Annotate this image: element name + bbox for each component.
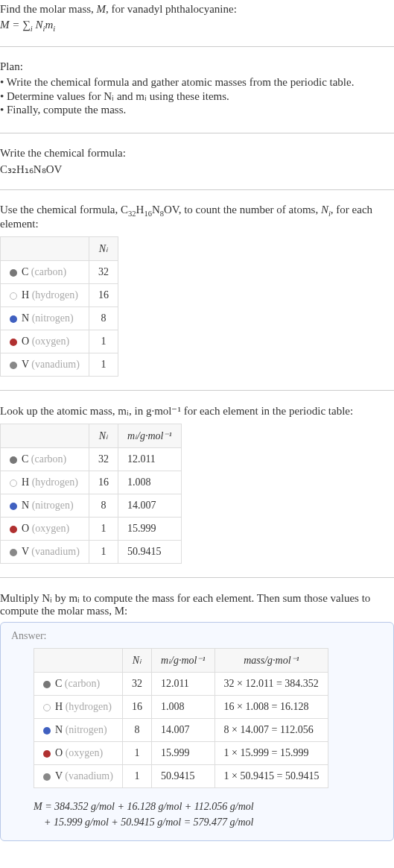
formula-sum: M = ∑: [0, 19, 31, 31]
ni-cell: 1: [122, 742, 151, 765]
mass-cell: 8 × 14.007 = 112.056: [215, 719, 328, 742]
sub-h: 16: [144, 210, 152, 218]
table-header-row: Nᵢ mᵢ/g·mol⁻¹: [1, 424, 182, 448]
dot-icon: [10, 269, 17, 277]
elem-name: (carbon): [31, 453, 66, 465]
table-row: H (hydrogen)161.00816 × 1.008 = 16.128: [34, 696, 328, 719]
divider: [0, 390, 394, 391]
dot-icon: [43, 727, 51, 735]
dot-icon: [43, 773, 51, 781]
elem-name: (oxygen): [66, 747, 104, 758]
mi-cell: 12.011: [151, 673, 215, 696]
ni-cell: 32: [89, 261, 118, 284]
plan-item: • Finally, compute the mass.: [0, 104, 394, 116]
table-row: C (carbon)32: [1, 261, 118, 284]
elem-sym: C: [22, 266, 28, 277]
elem-name: (oxygen): [32, 523, 70, 534]
atomic-mass-table: Nᵢ mᵢ/g·mol⁻¹ C (carbon)3212.011 H (hydr…: [0, 424, 182, 564]
elem-name: (carbon): [65, 678, 100, 689]
ni-cell: 32: [122, 673, 151, 696]
elem-sym: O: [22, 336, 29, 347]
table-row: N (nitrogen)814.007: [1, 494, 182, 518]
th-blank: [34, 649, 123, 673]
elem-sym: C: [55, 678, 62, 689]
answer-box: Answer: Nᵢ mᵢ/g·mol⁻¹ mass/g·mol⁻¹ C (ca…: [0, 622, 394, 841]
mi-cell: 12.011: [118, 448, 181, 471]
write-formula-section: Write the chemical formula: C₃₂H₁₆N₈OV: [0, 144, 394, 179]
th-ni: Nᵢ: [89, 237, 118, 261]
th-blank: [1, 424, 89, 448]
intro-Ni: N: [321, 204, 328, 216]
intro-rest: OV, to count the number of atoms,: [164, 204, 321, 216]
ni-cell: 16: [89, 471, 118, 494]
th-mi: mᵢ/g·mol⁻¹: [151, 649, 215, 673]
atomic-mass-intro: Look up the atomic mass, mᵢ, in g·mol⁻¹ …: [0, 404, 394, 418]
th-ni: Nᵢ: [89, 424, 118, 448]
intro-n: N: [152, 204, 160, 216]
ni-cell: 8: [89, 494, 118, 518]
th-mi: mᵢ/g·mol⁻¹: [118, 424, 181, 448]
header-section: Find the molar mass, M, for vanadyl phth…: [0, 0, 394, 36]
ni-cell: 8: [122, 719, 151, 742]
elem-sym: N: [22, 500, 29, 511]
count-atoms-intro: Use the chemical formula, C32H16N8OV, to…: [0, 204, 394, 230]
elem-name: (vanadium): [65, 770, 113, 781]
formula-m: m: [45, 19, 53, 31]
mi-cell: 15.999: [118, 518, 181, 541]
ni-cell: 1: [89, 330, 118, 353]
mass-cell: 1 × 15.999 = 15.999: [215, 742, 328, 765]
elem-sym: V: [22, 359, 29, 370]
ni-cell: 8: [89, 307, 118, 330]
dot-icon: [10, 526, 17, 533]
divider: [0, 577, 394, 578]
plan-item: • Determine values for Nᵢ and mᵢ using t…: [0, 89, 394, 103]
dot-icon: [10, 549, 17, 556]
elem-name: (hydrogen): [32, 477, 78, 488]
divider: [0, 46, 394, 47]
dot-icon: [43, 750, 51, 758]
mi-cell: 1.008: [118, 471, 181, 494]
molar-mass-formula: M = ∑i Nimi: [0, 19, 394, 33]
table-row: H (hydrogen)161.008: [1, 471, 182, 494]
table-row: N (nitrogen)8: [1, 307, 118, 330]
th-mass: mass/g·mol⁻¹: [215, 649, 328, 673]
formula-m-sub: i: [53, 25, 55, 33]
table-row: H (hydrogen)16: [1, 284, 118, 307]
elem-name: (nitrogen): [32, 312, 74, 324]
elem-name: (nitrogen): [32, 500, 74, 511]
dot-icon: [10, 339, 17, 346]
dot-icon: [10, 292, 17, 300]
multiply-section: Multiply Nᵢ by mᵢ to compute the mass fo…: [0, 588, 394, 844]
elem-name: (hydrogen): [66, 701, 112, 712]
divider: [0, 133, 394, 133]
elem-sym: V: [55, 770, 63, 781]
plan-title: Plan:: [0, 60, 394, 73]
multiply-intro: Multiply Nᵢ by mᵢ to compute the mass fo…: [0, 591, 394, 617]
table-row: O (oxygen)1: [1, 330, 118, 353]
header-text2: , for vanadyl phthalocyanine:: [106, 3, 237, 15]
write-formula-title: Write the chemical formula:: [0, 147, 394, 160]
elem-sym: N: [22, 312, 29, 324]
ni-cell: 1: [89, 518, 118, 541]
plan-section: Plan: • Write the chemical formula and g…: [0, 57, 394, 122]
elem-name: (vanadium): [31, 546, 80, 557]
elem-name: (carbon): [31, 266, 66, 277]
table-row: V (vanadium)150.9415: [1, 541, 182, 564]
ni-cell: 1: [89, 541, 118, 564]
table-header-row: Nᵢ: [1, 237, 118, 261]
elem-sym: O: [55, 747, 63, 758]
elem-sym: C: [22, 453, 28, 465]
plan-item: • Write the chemical formula and gather …: [0, 76, 394, 89]
table-header-row: Nᵢ mᵢ/g·mol⁻¹ mass/g·mol⁻¹: [34, 649, 328, 673]
dot-icon: [43, 704, 51, 711]
elem-sym: V: [22, 546, 29, 557]
ni-cell: 1: [89, 353, 118, 377]
header-text: Find the molar mass,: [0, 3, 97, 15]
plan-list: • Write the chemical formula and gather …: [0, 76, 394, 116]
sum-line: M = 384.352 g/mol + 16.128 g/mol + 112.0…: [34, 799, 383, 830]
mi-cell: 50.9415: [118, 541, 181, 564]
elem-sym: H: [22, 477, 29, 488]
dot-icon: [10, 456, 17, 464]
ni-cell: 1: [122, 765, 151, 788]
intro-h: H: [136, 204, 144, 216]
